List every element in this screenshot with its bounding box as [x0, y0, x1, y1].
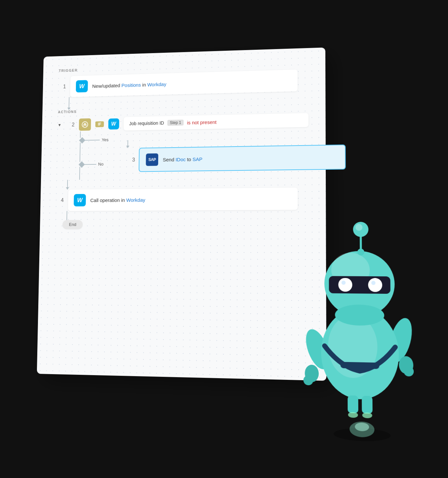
sap-logo: SAP	[148, 157, 156, 162]
step-3-number: 3	[127, 157, 135, 163]
workday-letter-4: W	[77, 197, 82, 203]
step-ref-badge: Step 1	[167, 120, 184, 126]
step-3-text: Send IDoc to SAP	[163, 156, 203, 162]
step-4-row: 4 W Call operation in Workday	[56, 188, 309, 211]
connector-to-end	[66, 211, 67, 220]
left-vert-bottom	[79, 167, 80, 180]
step-3-card[interactable]: SAP Send IDoc to SAP	[139, 145, 346, 172]
left-branch: Yes No	[79, 126, 346, 180]
end-button[interactable]: End	[62, 220, 83, 229]
svg-rect-26	[348, 395, 358, 413]
branch-area: Yes No	[79, 127, 309, 180]
left-vert-mid	[80, 143, 81, 162]
left-connector: Yes No	[79, 131, 108, 180]
scene: TRIGGER 1 W New/updated Positions in Wor…	[26, 17, 435, 470]
no-label: No	[98, 162, 103, 167]
arrow-to-step3	[128, 140, 128, 148]
svg-rect-10	[341, 362, 379, 369]
job-req-field: Job requisition ID	[129, 120, 164, 126]
step-4-text: Call operation in Workday	[90, 197, 145, 203]
robot-svg	[271, 201, 448, 449]
yes-h-line	[84, 140, 100, 141]
condition-text: is not present	[187, 119, 217, 125]
robot-illustration	[271, 201, 448, 449]
workday-icon-step4: W	[74, 194, 86, 206]
left-vert-top	[80, 131, 81, 138]
step-4-card[interactable]: W Call operation in Workday	[68, 188, 298, 211]
svg-point-29	[362, 412, 372, 419]
workday-icon-step2: W	[108, 118, 119, 129]
step-1-number: 1	[58, 84, 66, 90]
yes-label: Yes	[102, 137, 108, 142]
no-h-line	[84, 164, 96, 164]
branch-split: Yes No	[79, 126, 346, 180]
step-1-card[interactable]: W New/updated Positions in Workday	[70, 70, 298, 97]
svg-rect-27	[362, 396, 372, 414]
step-3-row: 3 SAP Send IDoc to SAP	[127, 145, 346, 172]
right-branch: 3 SAP Send IDoc to SAP	[127, 136, 346, 172]
if-condition-icon	[79, 118, 91, 131]
sap-icon: SAP	[146, 153, 158, 166]
step-4-number: 4	[56, 197, 64, 203]
no-diamond-row: No	[80, 162, 108, 167]
diamond-row: Yes	[80, 137, 108, 143]
actions-section-label: ACTIONS	[58, 104, 308, 114]
step-1-text: New/updated Positions in Workday	[92, 81, 166, 89]
step-2-number: 2	[67, 122, 75, 128]
arrow-to-step4	[67, 180, 68, 190]
if-label: IF	[95, 121, 104, 127]
svg-point-17	[355, 224, 362, 231]
arrow-toggle-icon[interactable]: ▼	[58, 123, 61, 127]
step-1-row: 1 W New/updated Positions in Workday	[58, 69, 308, 97]
workday-letter-2: W	[111, 121, 116, 127]
connector-1-to-2	[69, 97, 70, 110]
workday-letter: W	[79, 83, 85, 89]
svg-point-28	[348, 412, 358, 418]
workday-icon-step1: W	[76, 80, 88, 92]
